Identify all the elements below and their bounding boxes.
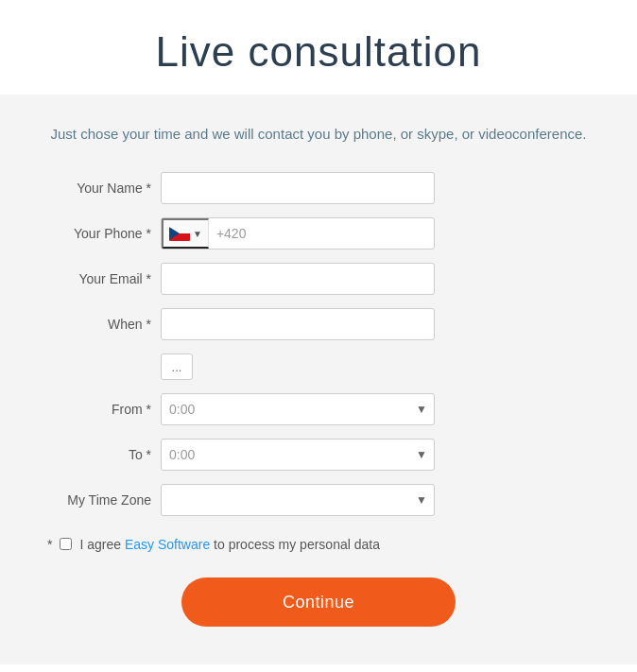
timezone-select-wrapper: ▼	[161, 484, 435, 516]
phone-row: Your Phone * ▼	[38, 217, 599, 250]
agree-checkbox[interactable]	[60, 538, 72, 550]
calendar-btn-row: ...	[38, 353, 599, 380]
description-text: Just chose your time and we will contact…	[38, 123, 599, 146]
when-label: When *	[38, 317, 161, 332]
to-select[interactable]: 0:00	[161, 439, 435, 471]
phone-dropdown-arrow-icon: ▼	[193, 229, 202, 239]
phone-country-selector[interactable]: ▼	[162, 218, 209, 249]
name-row: Your Name *	[38, 172, 599, 204]
agree-text: I agree Easy Software to process my pers…	[79, 535, 380, 555]
email-row: Your Email *	[38, 263, 599, 295]
when-input[interactable]	[161, 308, 435, 340]
checkbox-row: * I agree Easy Software to process my pe…	[38, 535, 599, 555]
from-select-wrapper: 0:00 ▼	[161, 393, 435, 425]
from-label: From *	[38, 402, 161, 417]
timezone-label: My Time Zone	[38, 492, 161, 508]
name-label: Your Name *	[38, 181, 161, 196]
phone-wrapper: ▼	[161, 217, 435, 250]
timezone-select[interactable]	[161, 484, 435, 516]
email-label: Your Email *	[38, 271, 161, 286]
page-title: Live consultation	[19, 28, 618, 76]
name-input[interactable]	[161, 172, 435, 204]
email-input[interactable]	[161, 263, 435, 295]
from-select[interactable]: 0:00	[161, 393, 435, 425]
phone-label: Your Phone *	[38, 226, 161, 241]
to-row: To * 0:00 ▼	[38, 439, 599, 471]
agree-label[interactable]: I agree Easy Software to process my pers…	[60, 535, 380, 555]
to-select-wrapper: 0:00 ▼	[161, 439, 435, 471]
form-container: Just chose your time and we will contact…	[0, 95, 637, 664]
timezone-row: My Time Zone ▼	[38, 484, 599, 516]
continue-button[interactable]: Continue	[181, 577, 456, 627]
calendar-spacer	[38, 353, 161, 380]
calendar-icon: ...	[172, 360, 182, 374]
phone-input[interactable]	[209, 218, 434, 249]
to-label: To *	[38, 447, 161, 462]
easy-software-link[interactable]: Easy Software	[125, 537, 210, 552]
when-row: When *	[38, 308, 599, 340]
from-row: From * 0:00 ▼	[38, 393, 599, 425]
flag-cz-icon	[169, 227, 190, 241]
calendar-button[interactable]: ...	[161, 353, 193, 380]
checkbox-asterisk: *	[47, 537, 52, 552]
page-header: Live consultation	[0, 0, 637, 95]
